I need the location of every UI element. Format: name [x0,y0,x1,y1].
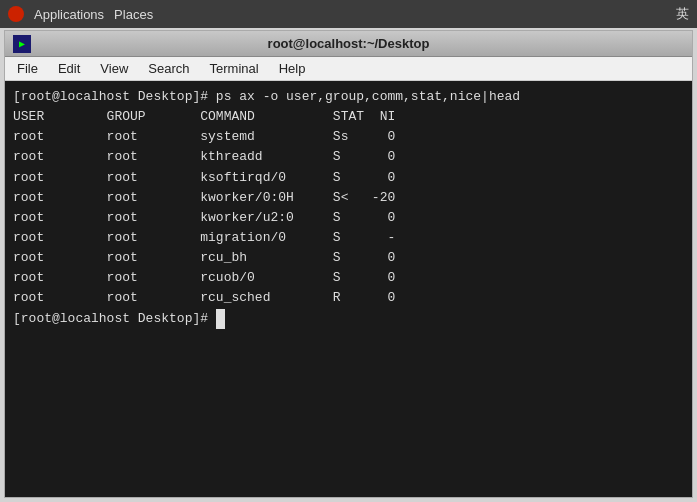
menu-search[interactable]: Search [140,59,197,78]
terminal-window: root@localhost:~/Desktop File Edit View … [4,30,693,498]
menu-edit[interactable]: Edit [50,59,88,78]
system-bar: Applications Places 英 [0,0,697,28]
menu-file[interactable]: File [9,59,46,78]
system-bar-left: Applications Places [8,6,153,22]
terminal-cursor [216,309,225,329]
applications-menu[interactable]: Applications [34,7,104,22]
language-indicator: 英 [676,6,689,21]
terminal-content[interactable]: [root@localhost Desktop]# ps ax -o user,… [5,81,692,497]
menu-help[interactable]: Help [271,59,314,78]
menu-terminal[interactable]: Terminal [202,59,267,78]
app-icon [8,6,24,22]
terminal-icon [13,35,31,53]
terminal-title: root@localhost:~/Desktop [268,36,430,51]
terminal-titlebar: root@localhost:~/Desktop [5,31,692,57]
places-menu[interactable]: Places [114,7,153,22]
system-bar-right: 英 [676,5,689,23]
terminal-menubar: File Edit View Search Terminal Help [5,57,692,81]
menu-view[interactable]: View [92,59,136,78]
